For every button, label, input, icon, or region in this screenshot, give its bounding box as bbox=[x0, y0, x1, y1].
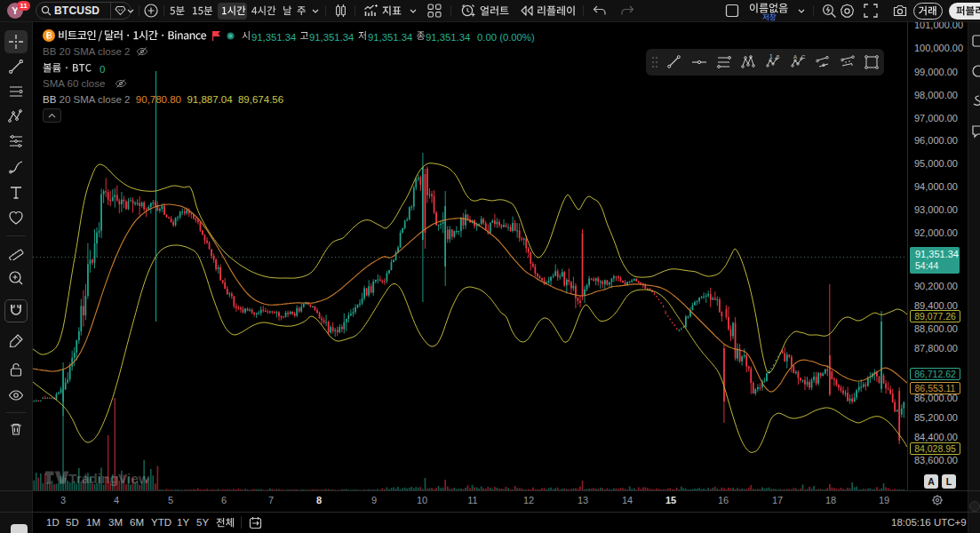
svg-text:A: A bbox=[793, 54, 797, 60]
svg-text:5: 5 bbox=[777, 54, 780, 60]
svg-text:1: 1 bbox=[769, 54, 773, 60]
svg-text:TradingView: TradingView bbox=[68, 471, 150, 486]
